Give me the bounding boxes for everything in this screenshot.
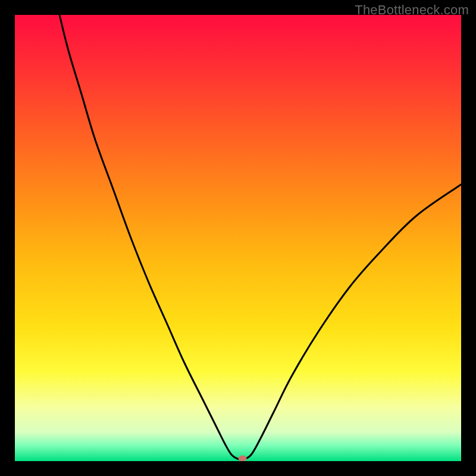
chart-svg [15,15,461,461]
plot-area [15,15,461,461]
chart-frame: TheBottleneck.com [0,0,476,476]
